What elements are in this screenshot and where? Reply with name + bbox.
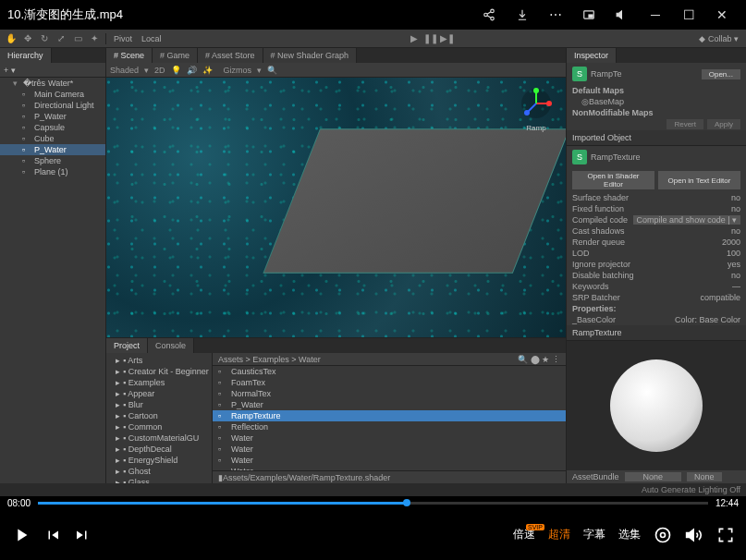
folder-item[interactable]: ▸▪ Ghost (106, 466, 212, 477)
hierarchy-item[interactable]: ▫Main Camera (0, 89, 105, 100)
scene-tab[interactable]: # Asset Store (198, 48, 263, 63)
rotate-tool-icon[interactable]: ↻ (37, 31, 52, 46)
total-time: 12:44 (715, 498, 739, 508)
play-icon[interactable]: ▶ (407, 31, 422, 46)
pip-icon[interactable] (572, 3, 605, 27)
local-toggle[interactable]: Local (138, 34, 165, 43)
file-item[interactable]: ▫FoamTex (213, 377, 566, 388)
settings-icon[interactable] (654, 526, 672, 544)
open-shader-editor-button[interactable]: Open in Shader Editor (572, 171, 654, 189)
close-icon[interactable]: ✕ (705, 3, 739, 27)
more-icon[interactable]: ⋯ (539, 3, 572, 27)
speed-button[interactable]: 倍速SVIP (513, 527, 535, 542)
folder-item[interactable]: ▸▪ EnergyShield (106, 455, 212, 466)
file-item[interactable]: ▫Reflection (213, 421, 566, 432)
project-tab[interactable]: Project (106, 338, 148, 353)
folder-item[interactable]: ▸▪ Common (106, 421, 212, 432)
open-text-editor-button[interactable]: Open in Text Editor (658, 171, 740, 189)
shader-badge-icon: S (572, 67, 587, 81)
folder-item[interactable]: ▸▪ Creator Kit - Beginner (106, 366, 212, 377)
gizmos-dropdown[interactable]: Gizmos (224, 66, 252, 75)
hierarchy-item[interactable]: ▫Cube (0, 133, 105, 144)
collab-dropdown[interactable]: ◆ Collab ▾ (695, 34, 742, 43)
file-item[interactable]: ▫NormalTex (213, 388, 566, 399)
hierarchy-item[interactable]: ▫Directional Light (0, 100, 105, 111)
volume-icon[interactable] (685, 526, 703, 544)
preview-header[interactable]: RampTexture (567, 325, 746, 341)
share-icon[interactable] (472, 3, 506, 27)
folder-item[interactable]: ▸▪ Blur (106, 399, 212, 410)
hierarchy-item[interactable]: ▫P_Water (0, 144, 105, 155)
step-icon[interactable]: ▶❚ (440, 31, 455, 46)
scene-tab[interactable]: # New Shader Graph (263, 48, 358, 63)
hand-tool-icon[interactable]: ✋ (4, 31, 18, 46)
hierarchy-panel: Hierarchy + ▾ ▾�três Water* ▫Main Camera… (0, 48, 106, 483)
svg-point-0 (491, 9, 495, 12)
material-preview[interactable] (567, 341, 746, 470)
folder-item[interactable]: ▸▪ Arts (106, 355, 212, 366)
folder-item[interactable]: ▸▪ Appear (106, 388, 212, 399)
transform-tool-icon[interactable]: ✦ (87, 31, 102, 46)
light-icon[interactable]: 💡 (171, 66, 181, 75)
inspector-tab[interactable]: Inspector (567, 48, 617, 63)
fx-icon[interactable]: ✨ (202, 66, 213, 75)
file-item[interactable]: ▫Water (213, 432, 566, 444)
pivot-toggle[interactable]: Pivot (110, 34, 136, 43)
video-player: 08:00 12:44 倍速SVIP 超清 字幕 选集 (0, 496, 746, 560)
scene-root[interactable]: ▾�três Water* (0, 78, 105, 89)
scene-search-icon[interactable]: 🔍 (267, 66, 277, 75)
episodes-button[interactable]: 选集 (618, 527, 641, 542)
minimize-icon[interactable]: ─ (639, 3, 672, 27)
scene-tab[interactable]: # Scene (106, 48, 153, 63)
file-item[interactable]: ▫RampTexture (213, 410, 566, 421)
folder-item[interactable]: ▸▪ DepthDecal (106, 444, 212, 455)
folder-item[interactable]: ▸▪ CustomMaterialGU (106, 432, 212, 444)
basemap-row[interactable]: ◎ BaseMap (567, 96, 746, 107)
progress-bar[interactable] (38, 502, 708, 505)
asset-name-short: RampTe (591, 69, 622, 79)
project-breadcrumb[interactable]: Assets > Examples > Water 🔍 ⬤ ★ ⋮ (213, 353, 566, 366)
scene-tab[interactable]: # Game (153, 48, 198, 63)
project-tab[interactable]: Console (148, 338, 194, 353)
hierarchy-tab[interactable]: Hierarchy (0, 48, 52, 63)
maximize-icon[interactable]: ☐ (672, 3, 705, 27)
unity-editor: ✋ ✥ ↻ ⤢ ▭ ✦ Pivot Local ▶ ❚❚ ▶❚ ◆ Collab… (0, 30, 746, 496)
next-button[interactable] (74, 527, 91, 543)
assetbundle-row[interactable]: AssetBundle None None (567, 470, 746, 483)
pause-icon[interactable]: ❚❚ (423, 31, 438, 46)
hierarchy-search[interactable]: + ▾ (0, 63, 105, 78)
mute-icon[interactable] (605, 3, 639, 27)
file-item[interactable]: ▫CausticsTex (213, 366, 566, 377)
file-item[interactable]: ▫Water (213, 444, 566, 455)
folder-item[interactable]: ▸▪ Examples (106, 377, 212, 388)
file-item[interactable]: ▫P_Water (213, 399, 566, 410)
revert-button[interactable]: Revert (667, 119, 703, 129)
scene-tabs: # Scene# Game# Asset Store# New Shader G… (106, 48, 566, 63)
project-search-icon[interactable]: 🔍 ⬤ ★ ⋮ (518, 355, 560, 364)
scale-tool-icon[interactable]: ⤢ (54, 31, 68, 46)
orientation-gizmo[interactable]: Ramp (518, 85, 555, 122)
2d-toggle[interactable]: 2D (154, 66, 165, 75)
file-item[interactable]: ▫Water (213, 455, 566, 466)
download-icon[interactable] (506, 3, 539, 27)
prev-button[interactable] (44, 527, 61, 543)
scene-viewport[interactable]: Ramp (106, 78, 566, 337)
open-button[interactable]: Open... (702, 69, 740, 79)
hierarchy-item[interactable]: ▫P_Water (0, 111, 105, 122)
fullscreen-icon[interactable] (716, 526, 735, 544)
folder-item[interactable]: ▸▪ Glass (106, 477, 212, 483)
svg-point-1 (484, 13, 488, 17)
rect-tool-icon[interactable]: ▭ (70, 31, 85, 46)
audio-icon[interactable]: 🔊 (187, 66, 197, 75)
quality-button[interactable]: 超清 (548, 527, 570, 542)
hierarchy-item[interactable]: ▫Sphere (0, 155, 105, 166)
shading-dropdown[interactable]: Shaded (110, 66, 139, 75)
folder-item[interactable]: ▸▪ Cartoon (106, 410, 212, 421)
play-button[interactable] (11, 525, 31, 545)
subtitle-button[interactable]: 字幕 (583, 527, 605, 542)
hierarchy-item[interactable]: ▫Capsule (0, 122, 105, 133)
move-tool-icon[interactable]: ✥ (20, 31, 35, 46)
hierarchy-item[interactable]: ▫Plane (1) (0, 166, 105, 177)
inspector-property-row: Render queue2000 (567, 237, 746, 248)
apply-button[interactable]: Apply (707, 119, 740, 129)
